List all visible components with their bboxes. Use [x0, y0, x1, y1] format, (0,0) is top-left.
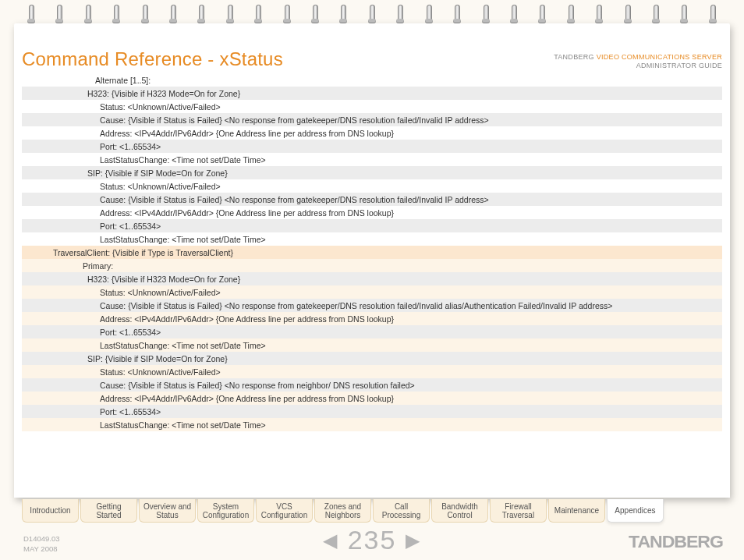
content-row: H323: {Visible if H323 Mode=On for Zone} [22, 272, 722, 285]
tab-vcs-configuration[interactable]: VCS Configuration [256, 499, 313, 523]
content-row: Cause: {Visible if Status is Failed} <No… [22, 378, 722, 392]
tab-system-configuration[interactable]: System Configuration [197, 499, 254, 523]
content-row: Status: <Unknown/Active/Failed> [22, 100, 722, 113]
content-row: Port: <1..65534> [22, 405, 722, 418]
content-row: Alternate [1..5]: [22, 73, 722, 87]
page-number: 235 [348, 525, 397, 555]
header-meta: TANDBERG VIDEO COMMUNICATIONS SERVER ADM… [554, 53, 722, 71]
content-row: Port: <1..65534> [22, 325, 722, 338]
nav-tabs: IntroductionGetting StartedOverview and … [22, 499, 724, 523]
content-row: Primary: [22, 259, 722, 272]
tab-appendices[interactable]: Appendices [607, 499, 664, 523]
tab-overview-and-status[interactable]: Overview and Status [139, 499, 196, 523]
content-row: Address: <IPv4Addr/IPv6Addr> {One Addres… [22, 206, 722, 219]
content-row: LastStatusChange: <Time not set/Date Tim… [22, 418, 722, 431]
content-row: Status: <Unknown/Active/Failed> [22, 285, 722, 299]
content-row: Address: <IPv4Addr/IPv6Addr> {One Addres… [22, 392, 722, 405]
content-row: SIP: {Visible if SIP Mode=On for Zone} [22, 352, 722, 365]
content-row: LastStatusChange: <Time not set/Date Tim… [22, 153, 722, 166]
content-row: TraversalClient: {Visible if Type is Tra… [22, 246, 722, 259]
page-footer: D14049.03 MAY 2008 ◀ 235 ▶ TANDBERG [22, 526, 722, 557]
content-table: Alternate [1..5]:H323: {Visible if H323 … [22, 73, 722, 431]
content-row: Status: <Unknown/Active/Failed> [22, 365, 722, 378]
content-row: Cause: {Visible if Status is Failed} <No… [22, 299, 722, 312]
tab-maintenance[interactable]: Maintenance [548, 499, 605, 523]
content-row: SIP: {Visible if SIP Mode=On for Zone} [22, 166, 722, 179]
content-row: Status: <Unknown/Active/Failed> [22, 179, 722, 193]
prev-page-icon[interactable]: ◀ [323, 530, 338, 551]
tab-call-processing[interactable]: Call Processing [373, 499, 430, 523]
pager: ◀ 235 ▶ [22, 525, 722, 555]
tab-firewall-traversal[interactable]: Firewall Traversal [490, 499, 547, 523]
product-name: VIDEO COMMUNICATIONS SERVER [597, 53, 722, 61]
tab-bandwidth-control[interactable]: Bandwidth Control [431, 499, 488, 523]
content-row: Address: <IPv4Addr/IPv6Addr> {One Addres… [22, 312, 722, 325]
content-row: LastStatusChange: <Time not set/Date Tim… [22, 232, 722, 246]
page: Command Reference - xStatus TANDBERG VID… [14, 23, 730, 498]
tab-introduction[interactable]: Introduction [22, 499, 79, 523]
doc-subtitle: ADMINISTRATOR GUIDE [636, 62, 722, 69]
page-title: Command Reference - xStatus [22, 48, 283, 70]
content-row: Cause: {Visible if Status is Failed} <No… [22, 113, 722, 126]
brand-logo: TANDBERG [629, 532, 723, 552]
tab-zones-and-neighbors[interactable]: Zones and Neighbors [314, 499, 371, 523]
tab-getting-started[interactable]: Getting Started [80, 499, 137, 523]
content-row: LastStatusChange: <Time not set/Date Tim… [22, 338, 722, 352]
content-row: Port: <1..65534> [22, 140, 722, 153]
page-header: Command Reference - xStatus TANDBERG VID… [22, 48, 722, 74]
brand-upper: TANDBERG [554, 53, 594, 61]
content-row: Address: <IPv4Addr/IPv6Addr> {One Addres… [22, 126, 722, 140]
content-row: H323: {Visible if H323 Mode=On for Zone} [22, 87, 722, 100]
content-row: Port: <1..65534> [22, 219, 722, 232]
next-page-icon[interactable]: ▶ [406, 530, 421, 551]
content-row: Cause: {Visible if Status is Failed} <No… [22, 193, 722, 206]
